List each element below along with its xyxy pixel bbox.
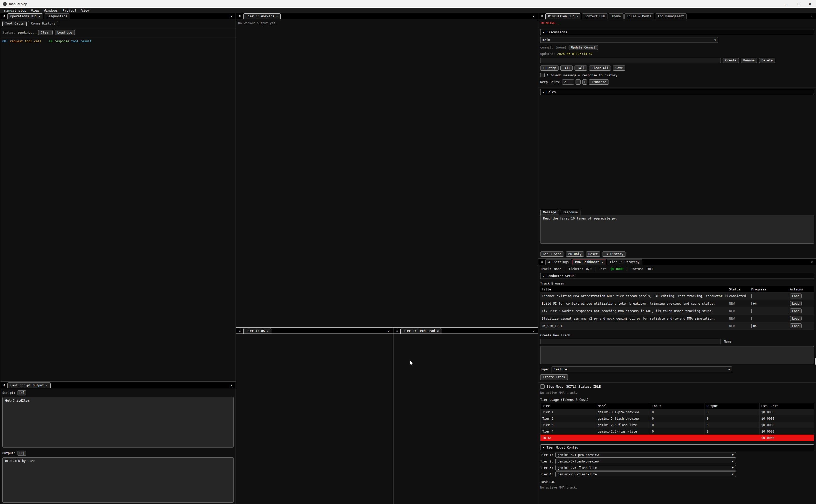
tab-close-icon[interactable]: ✕: [576, 15, 578, 18]
subtab-comms-history[interactable]: Comms History: [28, 21, 58, 26]
tab-context-hub[interactable]: Context Hub: [582, 13, 608, 19]
tier3-empty-text: No worker output yet.: [238, 21, 536, 25]
discussions-section-header[interactable]: ▼ Discussions: [540, 29, 814, 35]
script-expand-button[interactable]: [+]: [18, 390, 26, 395]
response-tab[interactable]: Response: [560, 210, 581, 215]
pane-menu-icon[interactable]: ▼: [237, 330, 243, 334]
tier3-label: Tier 3:: [540, 466, 553, 470]
tab-tier1-strategy[interactable]: Tier 1: Strategy: [607, 259, 642, 265]
table-row[interactable]: Build UI for context window utilization,…: [540, 300, 814, 307]
panel-close-icon[interactable]: ✕: [809, 260, 815, 265]
tier2-model-select[interactable]: gemini-3-flash-preview▼: [555, 459, 736, 464]
load-button[interactable]: Load: [790, 308, 802, 313]
update-commit-button[interactable]: Update Commit: [569, 45, 598, 50]
keep-pairs-input[interactable]: [562, 79, 574, 85]
conductor-setup-header[interactable]: ▶ Conductor Setup: [540, 273, 814, 279]
pane-menu-icon[interactable]: ▼: [539, 261, 545, 265]
message-tab[interactable]: Message: [540, 210, 559, 215]
tab-close-icon[interactable]: ✕: [437, 329, 439, 333]
pane-menu-icon[interactable]: ▼: [2, 384, 7, 388]
message-textarea[interactable]: Read the first 10 lines of aggregate.py.: [540, 215, 814, 244]
to-history-button[interactable]: -> History: [602, 251, 626, 257]
output-textarea[interactable]: REJECTED by user: [2, 457, 234, 503]
menu-view-2[interactable]: View: [79, 9, 91, 12]
expand-all-button[interactable]: +All: [575, 66, 587, 71]
discussion-select[interactable]: main ▼: [540, 37, 718, 43]
menu-windows[interactable]: Windows: [42, 9, 60, 12]
tab-theme[interactable]: Theme: [609, 13, 624, 19]
tab-tier2-tech-lead[interactable]: Tier 2: Tech Lead ✕: [400, 328, 441, 334]
tier3-model-select[interactable]: gemini-2.5-flash-lite▼: [555, 465, 736, 470]
tab-close-icon[interactable]: ✕: [601, 261, 603, 264]
decrement-button[interactable]: -: [576, 79, 580, 85]
load-button[interactable]: Load: [790, 294, 802, 298]
rename-button[interactable]: Rename: [741, 58, 757, 63]
scrollbar-thumb[interactable]: [815, 358, 816, 365]
discussion-name-input[interactable]: [540, 58, 721, 63]
reset-button[interactable]: Reset: [586, 251, 600, 257]
table-row[interactable]: Enhance existing MMA orchestration GUI: …: [540, 292, 814, 300]
panel-close-icon[interactable]: ✕: [229, 384, 235, 388]
collapse-all-button[interactable]: -All: [560, 66, 573, 71]
roles-section-header[interactable]: ▶ Roles: [540, 89, 814, 95]
tier4-model-select[interactable]: gemini-2.5-flash-lite▼: [555, 472, 736, 477]
pane-menu-icon[interactable]: ▼: [394, 330, 400, 334]
menu-manual-slop[interactable]: manual slop: [2, 9, 28, 12]
panel-close-icon[interactable]: ✕: [809, 14, 815, 19]
panel-close-icon[interactable]: ✕: [229, 14, 235, 19]
tier-model-config-header[interactable]: ▼ Tier Model Config: [540, 444, 814, 450]
tab-close-icon[interactable]: ✕: [38, 15, 40, 18]
tab-last-script-output[interactable]: Last Script Output ✕: [7, 383, 51, 388]
tab-close-icon[interactable]: ✕: [276, 15, 278, 18]
create-button[interactable]: Create: [723, 58, 739, 63]
script-textarea[interactable]: Get-ChildItem: [2, 397, 234, 448]
table-row[interactable]: UX_SIM_TEST NEW 0% Load: [540, 322, 814, 330]
load-log-button[interactable]: Load Log: [55, 30, 75, 35]
maximize-button[interactable]: □: [792, 0, 804, 8]
output-expand-button[interactable]: [+]: [18, 451, 26, 456]
tab-files-media[interactable]: Files & Media: [624, 13, 654, 19]
tab-tier4-qa[interactable]: Tier 4: QA ✕: [243, 328, 271, 334]
track-type-select[interactable]: feature ▼: [552, 367, 732, 372]
tab-ai-settings[interactable]: AI Settings: [545, 259, 571, 265]
pane-menu-icon[interactable]: ▼: [2, 15, 7, 19]
close-button[interactable]: ✕: [804, 0, 816, 8]
tab-close-icon[interactable]: ✕: [46, 384, 48, 387]
tab-mma-dashboard[interactable]: MMA Dashboard ✕: [572, 259, 606, 265]
load-button[interactable]: Load: [790, 323, 802, 328]
clear-button[interactable]: Clear: [38, 30, 53, 35]
md-only-button[interactable]: MD Only: [566, 251, 584, 257]
tab-operations-hub[interactable]: Operations Hub ✕: [7, 13, 43, 19]
auto-add-checkbox[interactable]: [540, 73, 545, 77]
pane-menu-icon[interactable]: ▼: [539, 15, 545, 19]
panel-close-icon[interactable]: ✕: [531, 14, 537, 19]
add-entry-button[interactable]: + Entry: [540, 66, 559, 71]
tab-log-management[interactable]: Log Management: [655, 13, 687, 19]
increment-button[interactable]: +: [582, 79, 587, 85]
tab-close-icon[interactable]: ✕: [267, 329, 269, 333]
table-row[interactable]: Stabilize visual_sim_mma_v2.py and mock_…: [540, 315, 814, 322]
track-name-input[interactable]: [540, 339, 721, 344]
panel-close-icon[interactable]: ✕: [531, 329, 537, 334]
tab-diagnostics[interactable]: Diagnostics: [44, 13, 70, 19]
subtab-tool-calls[interactable]: Tool Calls: [2, 21, 27, 26]
clear-all-button[interactable]: Clear All: [589, 66, 611, 71]
table-row[interactable]: Fix Tier 3 worker responses not reaching…: [540, 307, 814, 315]
minimize-button[interactable]: —: [780, 0, 792, 8]
tab-tier3-workers[interactable]: Tier 3: Workers ✕: [243, 13, 281, 19]
pane-menu-icon[interactable]: ▼: [237, 15, 243, 19]
tab-discussion-hub[interactable]: Discussion Hub ✕: [545, 13, 581, 19]
load-button[interactable]: Load: [790, 316, 802, 321]
menu-view-1[interactable]: View: [29, 9, 41, 12]
step-mode-checkbox[interactable]: [540, 384, 545, 389]
tier1-model-select[interactable]: gemini-3.1-pro-preview▼: [555, 452, 736, 458]
track-description-textarea[interactable]: [540, 346, 814, 364]
create-track-button[interactable]: Create Track: [540, 374, 568, 380]
panel-close-icon[interactable]: ✕: [386, 329, 392, 334]
truncate-button[interactable]: Truncate: [589, 79, 609, 85]
save-button[interactable]: Save: [613, 66, 625, 71]
load-button[interactable]: Load: [790, 301, 802, 306]
gen-send-button[interactable]: Gen + Send: [540, 251, 564, 257]
menu-project[interactable]: Project: [60, 9, 79, 12]
delete-button[interactable]: Delete: [759, 58, 775, 63]
